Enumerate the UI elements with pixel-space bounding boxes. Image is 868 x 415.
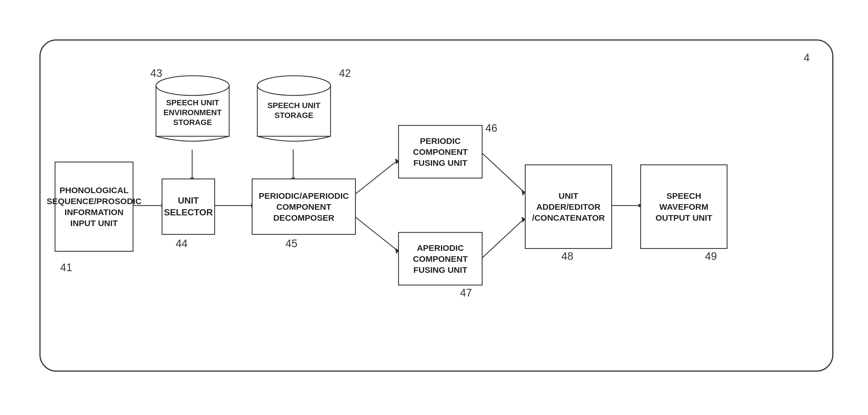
unit-storage-cylinder: SPEECH UNIT STORAGE — [254, 69, 333, 148]
adder-editor-box: UNIT ADDER/EDITOR/CONCATENATOR — [525, 164, 612, 249]
label-41: 41 — [60, 261, 72, 274]
label-42: 42 — [339, 67, 351, 79]
env-storage-cylinder: SPEECH UNIT ENVIRONMENT STORAGE — [153, 69, 232, 148]
svg-text:STORAGE: STORAGE — [173, 118, 212, 127]
label-49: 49 — [705, 250, 717, 262]
svg-line-8 — [482, 152, 524, 191]
svg-line-4 — [355, 161, 397, 194]
label-46: 46 — [485, 122, 497, 134]
decomposer-box: PERIODIC/APERIODICCOMPONENT DECOMPOSER — [252, 179, 356, 235]
svg-text:STORAGE: STORAGE — [275, 111, 313, 120]
svg-line-6 — [355, 217, 397, 250]
label-43: 43 — [150, 67, 162, 79]
label-45: 45 — [285, 237, 297, 250]
label-44: 44 — [176, 237, 187, 250]
aperiodic-fusing-box: APERIODICCOMPONENTFUSING UNIT — [398, 232, 483, 286]
svg-text:SPEECH UNIT: SPEECH UNIT — [166, 98, 219, 107]
diagram-container: 4 PHONOLOGICALSEQUENCE/PROSODICINFORMATI… — [39, 39, 833, 372]
label-48: 48 — [561, 250, 573, 262]
svg-line-10 — [482, 220, 524, 259]
unit-selector-box: UNITSELECTOR — [162, 179, 215, 235]
svg-text:SPEECH UNIT: SPEECH UNIT — [268, 101, 320, 110]
periodic-fusing-box: PERIODICCOMPONENTFUSING UNIT — [398, 125, 483, 179]
label-outer: 4 — [804, 52, 810, 64]
svg-point-19 — [156, 76, 229, 95]
phonological-box: PHONOLOGICALSEQUENCE/PROSODICINFORMATION… — [55, 162, 133, 252]
svg-point-24 — [257, 76, 331, 95]
svg-text:ENVIRONMENT: ENVIRONMENT — [163, 108, 222, 117]
label-47: 47 — [460, 287, 472, 299]
speech-waveform-box: SPEECH WAVEFORMOUTPUT UNIT — [640, 164, 727, 249]
